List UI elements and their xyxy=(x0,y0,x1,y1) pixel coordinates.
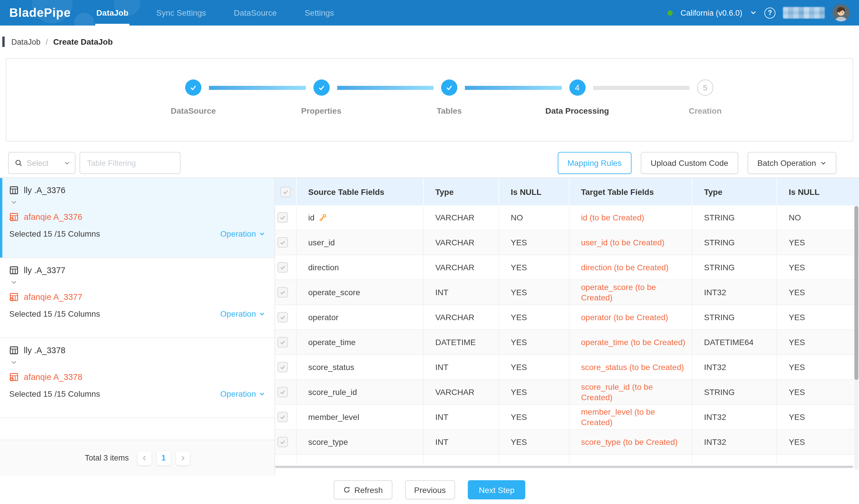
select-dropdown[interactable]: Select xyxy=(8,152,75,174)
target-type: DATETIME64 xyxy=(692,330,777,355)
refresh-button[interactable]: Refresh xyxy=(333,480,392,499)
previous-button[interactable]: Previous xyxy=(405,480,455,499)
target-field-name[interactable]: id (to be Created) xyxy=(569,205,692,230)
nav-tab-datasource[interactable]: DataSource xyxy=(233,0,278,26)
row-checkbox[interactable] xyxy=(275,205,297,230)
step-label-creation: Creation xyxy=(689,106,722,115)
operation-dropdown[interactable]: Operation xyxy=(220,229,265,238)
nav-tab-settings[interactable]: Settings xyxy=(304,0,335,26)
pagination-prev-button[interactable] xyxy=(138,451,151,465)
chevron-left-icon xyxy=(141,455,147,461)
target-field-name[interactable]: user_id (to be Created) xyxy=(569,230,692,255)
target-type: INT32 xyxy=(692,430,777,454)
source-isnull: YES xyxy=(499,430,569,454)
username-blurred xyxy=(783,7,825,18)
source-type: VARCHAR xyxy=(424,305,499,329)
step-circle-tables xyxy=(441,79,457,96)
source-field-name: member_level xyxy=(297,405,424,429)
nav-tab-datajob[interactable]: DataJob xyxy=(95,0,130,26)
target-field-name[interactable]: score_type (to be Created) xyxy=(569,430,692,454)
row-checkbox[interactable] xyxy=(275,355,297,379)
nav-tab-sync-settings[interactable]: Sync Settings xyxy=(155,0,207,26)
table-vertical-scrollbar[interactable] xyxy=(854,206,858,470)
target-field-name[interactable]: operate_score (to be Created) xyxy=(569,280,692,304)
step-circle-creation: 5 xyxy=(697,79,713,96)
source-table-name: lly .A_3377 xyxy=(24,266,65,275)
environment-selector[interactable]: California (v0.6.0) xyxy=(680,9,742,17)
table-pair-item[interactable]: lly .A_3376 afanqie A_3376 Selected 15 /… xyxy=(0,178,274,258)
table-row: operate_score INT YES operate_score (to … xyxy=(275,280,859,305)
target-isnull: YES xyxy=(777,305,859,329)
column-header-source-isnull: Is NULL xyxy=(499,178,569,205)
status-dot xyxy=(668,10,673,15)
table-icon xyxy=(9,186,18,195)
breadcrumb-accent-bar xyxy=(2,36,4,47)
operation-dropdown[interactable]: Operation xyxy=(220,309,265,318)
target-type: INT32 xyxy=(692,355,777,379)
selected-columns-text: Selected 15 /15 Columns xyxy=(9,389,100,398)
column-header-target-isnull: Is NULL xyxy=(777,178,859,205)
source-type: INT xyxy=(424,355,499,379)
source-field-name: operate_score xyxy=(297,280,424,304)
target-field-name[interactable]: direction (to be Created) xyxy=(569,255,692,280)
target-field-name[interactable]: operator (to be Created) xyxy=(569,305,692,329)
breadcrumb-parent[interactable]: DataJob xyxy=(11,37,41,46)
source-isnull: YES xyxy=(499,255,569,280)
top-navigation-bar: BladePipe DataJob Sync Settings DataSour… xyxy=(0,0,859,26)
target-field-name[interactable]: score_status (to be Created) xyxy=(569,355,692,379)
chevron-down-icon[interactable] xyxy=(750,9,757,16)
source-isnull: YES xyxy=(499,305,569,329)
source-isnull: YES xyxy=(499,355,569,379)
table-pair-item[interactable]: lly .A_3377 afanqie A_3377 Selected 15 /… xyxy=(0,258,274,338)
row-checkbox[interactable] xyxy=(275,255,297,280)
batch-operation-button[interactable]: Batch Operation xyxy=(748,152,837,174)
target-field-name[interactable]: member_level (to be Created) xyxy=(569,405,692,429)
target-field-name[interactable]: score_rule_id (to be Created) xyxy=(569,380,692,404)
table-pair-item[interactable]: lly .A_3378 afanqie A_3378 Selected 15 /… xyxy=(0,338,274,418)
row-checkbox[interactable] xyxy=(275,230,297,255)
target-type: STRING xyxy=(692,230,777,255)
source-isnull: YES xyxy=(499,280,569,304)
step-connector xyxy=(465,85,561,90)
breadcrumb-current: Create DataJob xyxy=(53,37,112,46)
source-field-name: score_status xyxy=(297,355,424,379)
source-field-name: id xyxy=(308,212,315,223)
source-type: INT xyxy=(424,405,499,429)
source-type: INT xyxy=(424,280,499,304)
header-checkbox[interactable] xyxy=(275,178,297,205)
row-checkbox[interactable] xyxy=(275,330,297,355)
upload-custom-code-button[interactable]: Upload Custom Code xyxy=(641,152,738,174)
pagination-next-button[interactable] xyxy=(176,451,190,465)
target-isnull: YES xyxy=(777,330,859,355)
row-checkbox[interactable] xyxy=(275,430,297,454)
step-label-datasource: DataSource xyxy=(171,106,216,115)
table-row-partial xyxy=(275,455,859,463)
column-header-target-type: Type xyxy=(692,178,777,205)
chevron-down-icon xyxy=(11,279,17,286)
operation-dropdown[interactable]: Operation xyxy=(220,389,265,398)
step-label-properties: Properties xyxy=(301,106,342,115)
refresh-icon xyxy=(343,486,350,493)
row-checkbox[interactable] xyxy=(275,280,297,304)
row-checkbox[interactable] xyxy=(275,305,297,329)
help-icon[interactable]: ? xyxy=(764,7,775,18)
source-type: INT xyxy=(424,430,499,454)
target-type: STRING xyxy=(692,380,777,404)
chevron-down-icon xyxy=(820,160,827,166)
step-circle-datasource xyxy=(185,79,201,96)
next-step-button[interactable]: Next Step xyxy=(468,480,526,499)
scrollbar-thumb[interactable] xyxy=(854,206,858,380)
source-field-name: score_rule_id xyxy=(297,380,424,404)
table-filter-input[interactable] xyxy=(79,152,181,174)
row-checkbox[interactable] xyxy=(275,405,297,429)
table-horizontal-scrollbar[interactable] xyxy=(275,466,853,468)
app-root: BladePipe DataJob Sync Settings DataSour… xyxy=(0,0,859,504)
mapping-rules-button[interactable]: Mapping Rules xyxy=(557,152,632,174)
pagination-page-1[interactable]: 1 xyxy=(157,451,171,465)
table-row: direction VARCHAR YES direction (to be C… xyxy=(275,255,859,280)
target-type: INT32 xyxy=(692,280,777,304)
avatar[interactable] xyxy=(832,4,850,21)
table-list-sidebar: lly .A_3376 afanqie A_3376 Selected 15 /… xyxy=(0,178,275,476)
row-checkbox[interactable] xyxy=(275,380,297,404)
target-field-name[interactable]: operate_time (to be Created) xyxy=(569,330,692,355)
